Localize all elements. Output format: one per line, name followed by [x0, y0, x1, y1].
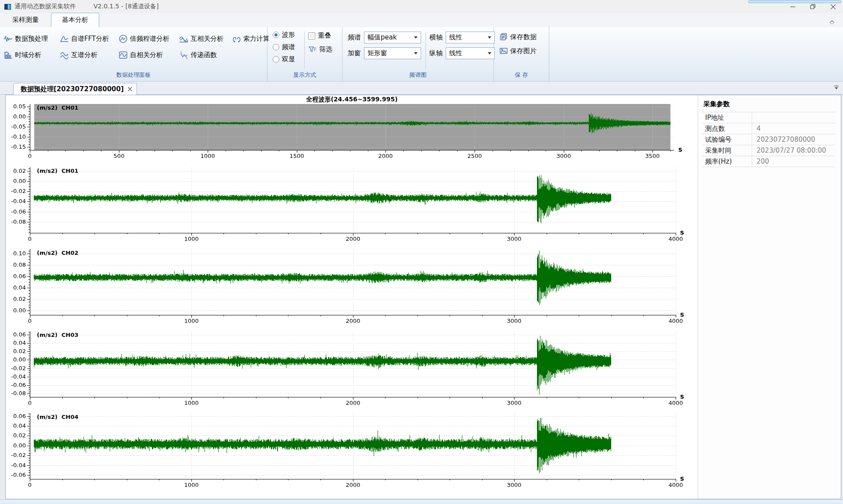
- doc-tab-close-button[interactable]: [128, 87, 132, 91]
- app-icon: [4, 4, 11, 10]
- document-tab[interactable]: 数据预处理[20230727080000]: [13, 83, 137, 95]
- main-content-panel: 采集参数 IP地址 测点数 4 试验编号 20230727080000 采集时间…: [5, 95, 841, 499]
- group-save: 保存数据 保存图片 保 存: [494, 27, 549, 81]
- minimize-icon: [790, 4, 795, 9]
- ribbon-empty-area: [549, 27, 843, 81]
- param-label: 试验编号: [702, 134, 752, 145]
- window-title-app: 通用动态数据采集软件: [14, 3, 76, 11]
- radio-label: 波形: [282, 31, 295, 39]
- param-label: 频率(Hz): [702, 156, 752, 167]
- group-spectrum-settings: 频谱 幅值peak 加窗 矩形窗: [342, 27, 494, 81]
- button-label: 时域分析: [15, 51, 41, 59]
- ribbon-toolbar: 数据预处理 自谱FFT分析 倍频程谱分析 互相关分析 索力计算: [0, 27, 843, 82]
- chevron-up-icon: [829, 18, 836, 25]
- button-label: 自相关分析: [130, 51, 163, 59]
- group-data-processing: 数据预处理 自谱FFT分析 倍频程谱分析 互相关分析 索力计算: [0, 27, 267, 81]
- auto-correlation-button[interactable]: 自相关分析: [119, 50, 179, 60]
- param-label: 测点数: [702, 123, 752, 134]
- button-label: 倍频程谱分析: [130, 35, 169, 43]
- bar-chart-icon: [4, 50, 13, 60]
- button-label: 索力计算: [243, 35, 270, 43]
- button-label: 互谱分析: [71, 51, 97, 59]
- param-value: 4: [752, 123, 835, 134]
- waveform-charts-canvas[interactable]: [7, 96, 697, 499]
- select-value: 线性: [449, 49, 486, 57]
- document-tab-bar: 数据预处理[20230727080000]: [0, 82, 843, 95]
- radio-spectrum[interactable]: 频谱: [273, 43, 304, 51]
- funnel-icon: [308, 45, 317, 54]
- svg-text:1: 1: [180, 50, 182, 54]
- table-row: 试验编号 20230727080000: [702, 134, 835, 145]
- tab-list-button[interactable]: [833, 84, 839, 92]
- param-label: 采集时间: [702, 145, 752, 156]
- x-axis-scale-label: 横轴: [429, 33, 443, 42]
- group-label-display-mode: 显示方式: [267, 71, 342, 81]
- table-row: IP地址: [702, 112, 835, 123]
- document-tab-label: 数据预处理[20230727080000]: [21, 85, 124, 93]
- overlay-checkbox[interactable]: 重叠: [308, 32, 332, 40]
- preprocess-button[interactable]: 数据预处理: [4, 34, 60, 43]
- tab-basic-analysis[interactable]: 基本分析: [51, 13, 99, 28]
- waveform-icon: [4, 34, 13, 43]
- spectrum-curve-icon: [60, 34, 69, 43]
- radio-selected-icon: [273, 32, 279, 38]
- save-image-icon: [499, 46, 508, 55]
- radio-waveform[interactable]: 波形: [273, 31, 304, 39]
- window-type-label: 加窗: [348, 49, 361, 57]
- button-label: 保存图片: [510, 47, 537, 55]
- spectrum-type-select[interactable]: 幅值peak: [364, 32, 421, 43]
- param-value: 2023/07/27 08:00:00: [752, 145, 835, 156]
- radio-label: 频谱: [282, 43, 295, 51]
- octave-chart-icon: [119, 34, 128, 43]
- x-axis-scale-select[interactable]: 线性: [446, 32, 495, 43]
- save-data-button[interactable]: 保存数据: [499, 32, 537, 41]
- select-value: 矩形窗: [367, 49, 412, 57]
- close-icon: [831, 4, 836, 9]
- checkbox-icon: [308, 32, 315, 39]
- dual-wave-icon: [179, 34, 188, 43]
- time-domain-button[interactable]: 时域分析: [4, 50, 60, 60]
- svg-text:5: 5: [186, 56, 188, 60]
- window-title-version: V2.0.1.5 - [8通道设备]: [94, 3, 159, 11]
- group-display-mode: 波形 频谱 双显 重叠: [267, 27, 342, 81]
- button-label: 自谱FFT分析: [71, 35, 109, 43]
- transfer-function-button[interactable]: 15 传递函数: [179, 50, 232, 60]
- cable-loops-icon: [232, 34, 241, 43]
- chevron-down-icon: [414, 52, 418, 54]
- filter-button[interactable]: 筛选: [308, 45, 332, 54]
- acquisition-params-panel: 采集参数 IP地址 测点数 4 试验编号 20230727080000 采集时间…: [698, 95, 841, 499]
- octave-spectrum-button[interactable]: 倍频程谱分析: [119, 34, 179, 43]
- title-bar: 通用动态数据采集软件 V2.0.1.5 - [8通道设备]: [0, 0, 843, 13]
- params-table: IP地址 测点数 4 试验编号 20230727080000 采集时间 2023…: [702, 112, 835, 167]
- cross-correlation-button[interactable]: 互相关分析: [179, 34, 232, 43]
- button-label: 传递函数: [191, 51, 217, 59]
- boxed-wave-icon: [119, 50, 128, 60]
- params-panel-title: 采集参数: [698, 95, 841, 112]
- chevron-down-icon: [488, 36, 491, 39]
- tab-sampling[interactable]: 采样测量: [2, 13, 49, 27]
- ribbon-collapse-button[interactable]: [827, 18, 837, 25]
- status-indicator: [748, 0, 841, 3]
- divider: [425, 32, 426, 68]
- y-axis-scale-label: 纵轴: [429, 49, 443, 57]
- chevron-down-icon: [488, 52, 491, 54]
- group-label-data-processing: 数据处理面板: [0, 71, 267, 81]
- radio-icon: [273, 44, 279, 50]
- param-value: [752, 112, 835, 123]
- window-type-select[interactable]: 矩形窗: [364, 47, 421, 59]
- y-axis-scale-select[interactable]: 线性: [446, 47, 495, 59]
- cross-spectrum-button[interactable]: 互谱分析: [60, 50, 119, 60]
- group-label-save: 保 存: [494, 71, 549, 81]
- auto-fft-button[interactable]: 自谱FFT分析: [60, 34, 119, 43]
- save-image-button[interactable]: 保存图片: [499, 46, 537, 55]
- table-row: 采集时间 2023/07/27 08:00:00: [702, 145, 835, 156]
- radio-dual-display[interactable]: 双显: [273, 55, 304, 64]
- param-value: 20230727080000: [752, 134, 835, 145]
- table-row: 频率(Hz) 200: [702, 156, 835, 167]
- close-icon: [128, 87, 132, 91]
- save-data-icon: [499, 32, 508, 41]
- radio-icon: [273, 56, 279, 63]
- cable-force-button[interactable]: 索力计算: [232, 34, 270, 43]
- double-curve-icon: [60, 50, 69, 60]
- select-value: 幅值peak: [367, 33, 412, 42]
